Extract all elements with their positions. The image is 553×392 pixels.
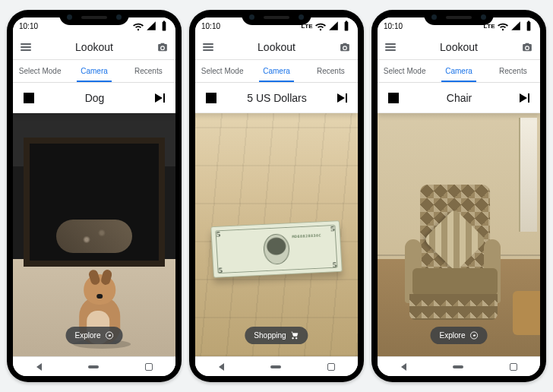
device-notch xyxy=(242,10,311,25)
menu-icon[interactable] xyxy=(203,43,213,51)
nav-home-icon[interactable] xyxy=(270,365,281,368)
front-camera-icon xyxy=(299,14,304,20)
device-notch xyxy=(59,10,129,25)
scene-dog xyxy=(13,113,175,356)
result-strip: Dog xyxy=(13,83,175,113)
app-bar: Lookout xyxy=(13,34,175,60)
status-time: 10:10 xyxy=(384,22,403,30)
tab-bar: Select Mode Camera Recents xyxy=(195,60,358,83)
camera-icon[interactable] xyxy=(522,42,532,52)
tab-camera[interactable]: Camera xyxy=(431,60,485,82)
nav-recent-icon[interactable] xyxy=(327,363,335,371)
app-bar: Lookout xyxy=(195,34,358,60)
device-notch xyxy=(424,10,494,25)
result-label: 5 US Dollars xyxy=(223,92,331,104)
compass-icon xyxy=(469,331,478,340)
nav-back-icon[interactable] xyxy=(219,363,224,371)
ottoman xyxy=(513,291,540,335)
scene-chair xyxy=(378,113,540,356)
signal-icon xyxy=(510,21,521,31)
camera-icon[interactable] xyxy=(157,42,168,52)
camera-viewfinder: 5 5 5 5 MD68828830C Shopping xyxy=(195,113,358,356)
skip-next-icon[interactable] xyxy=(520,93,529,103)
speaker-grille xyxy=(264,16,289,19)
signal-icon xyxy=(328,21,339,31)
phone-mockup: 10:10 Lookout Select Mode Camera Recents… xyxy=(7,10,182,382)
tab-recents[interactable]: Recents xyxy=(486,60,540,82)
phone-screen: 10:10 LTE Lookout Select Mode Camera Rec… xyxy=(378,17,540,376)
speaker-grille xyxy=(81,16,107,19)
system-nav-bar xyxy=(195,356,358,376)
battery-icon xyxy=(523,21,534,31)
tab-select-mode[interactable]: Select Mode xyxy=(13,60,67,82)
phone-mockup: 10:10 LTE Lookout Select Mode Camera Rec… xyxy=(371,10,546,382)
tab-select-mode[interactable]: Select Mode xyxy=(195,60,249,82)
tab-recents[interactable]: Recents xyxy=(304,60,358,82)
battery-icon xyxy=(341,21,352,31)
mode-pill[interactable]: Explore xyxy=(431,327,488,344)
tab-select-mode[interactable]: Select Mode xyxy=(378,60,431,82)
speaker-grille xyxy=(446,16,472,19)
mode-pill[interactable]: Explore xyxy=(66,327,123,344)
nav-recent-icon[interactable] xyxy=(145,363,153,371)
bill-corner-value: 5 xyxy=(332,261,337,269)
app-bar: Lookout xyxy=(378,34,540,60)
tab-bar: Select Mode Camera Recents xyxy=(378,60,540,83)
tab-camera[interactable]: Camera xyxy=(249,60,303,82)
app-title: Lookout xyxy=(440,41,478,53)
wifi-icon xyxy=(498,21,508,31)
front-camera-icon xyxy=(431,14,437,20)
nav-back-icon[interactable] xyxy=(36,363,42,371)
system-nav-bar xyxy=(13,356,175,376)
nav-home-icon[interactable] xyxy=(88,365,99,368)
mode-label: Explore xyxy=(75,331,101,340)
camera-viewfinder: Explore xyxy=(378,113,540,356)
signal-icon xyxy=(146,21,156,31)
wifi-icon xyxy=(133,21,144,31)
scene-currency: 5 5 5 5 MD68828830C xyxy=(195,113,358,356)
skip-next-icon[interactable] xyxy=(155,93,165,103)
nav-home-icon[interactable] xyxy=(453,365,463,368)
tab-bar: Select Mode Camera Recents xyxy=(13,60,175,83)
compass-icon xyxy=(105,331,113,340)
fireplace-logs xyxy=(56,220,132,253)
front-camera-icon xyxy=(116,14,122,20)
tab-camera[interactable]: Camera xyxy=(67,60,121,82)
mode-label: Explore xyxy=(440,331,466,340)
skip-next-icon[interactable] xyxy=(337,93,347,103)
app-title: Lookout xyxy=(258,41,295,53)
stop-icon[interactable] xyxy=(206,93,216,103)
result-label: Chair xyxy=(405,92,514,104)
result-strip: Chair xyxy=(378,83,540,113)
menu-icon[interactable] xyxy=(21,43,31,51)
phone-screen: 10:10 LTE Lookout Select Mode Camera Rec… xyxy=(195,17,358,376)
mode-pill[interactable]: Shopping xyxy=(245,327,308,344)
front-camera-icon xyxy=(249,14,254,20)
shopping-cart-icon xyxy=(291,331,299,340)
tab-recents[interactable]: Recents xyxy=(122,60,175,82)
camera-viewfinder: Explore xyxy=(13,113,175,356)
stop-icon[interactable] xyxy=(388,93,399,103)
window-background xyxy=(519,118,537,232)
front-camera-icon xyxy=(67,14,72,20)
phone-screen: 10:10 Lookout Select Mode Camera Recents… xyxy=(13,17,175,376)
result-strip: 5 US Dollars xyxy=(195,83,358,113)
status-time: 10:10 xyxy=(19,22,38,30)
result-label: Dog xyxy=(40,92,149,104)
status-time: 10:10 xyxy=(201,22,220,30)
phone-mockup: 10:10 LTE Lookout Select Mode Camera Rec… xyxy=(189,10,364,382)
bill-corner-value: 5 xyxy=(330,224,335,232)
fireplace-background xyxy=(24,138,165,267)
app-title: Lookout xyxy=(75,41,113,53)
mode-label: Shopping xyxy=(254,331,286,340)
front-camera-icon xyxy=(481,14,486,20)
camera-icon[interactable] xyxy=(340,42,350,52)
stop-icon[interactable] xyxy=(24,93,34,103)
menu-icon[interactable] xyxy=(385,43,396,51)
nav-recent-icon[interactable] xyxy=(510,363,517,371)
armchair-subject xyxy=(399,185,505,337)
nav-back-icon[interactable] xyxy=(401,363,406,371)
five-dollar-bill: 5 5 5 5 MD68828830C xyxy=(210,220,343,278)
battery-icon xyxy=(159,21,169,31)
bill-corner-value: 5 xyxy=(216,229,220,238)
